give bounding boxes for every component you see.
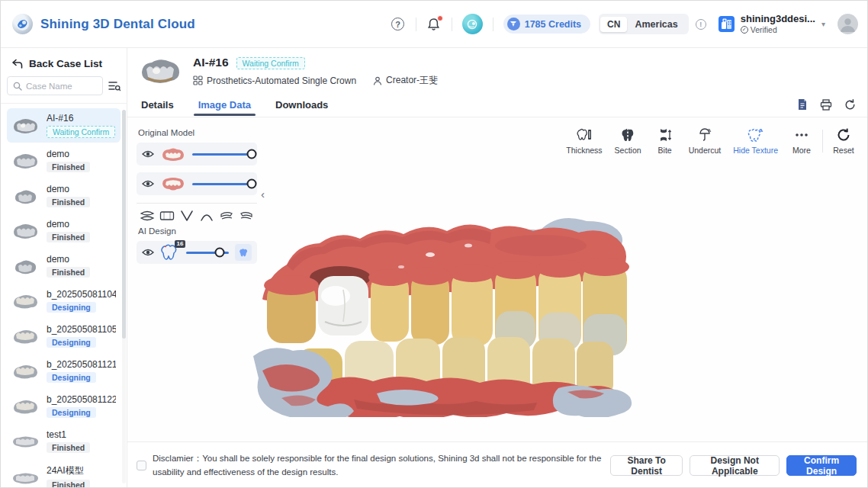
case-status-badge: Finished xyxy=(47,442,90,453)
region-code[interactable]: CN xyxy=(600,17,627,32)
app-logo-icon xyxy=(12,14,33,34)
help-icon[interactable]: ? xyxy=(391,17,406,32)
reset-icon xyxy=(836,127,851,143)
case-thumbnail xyxy=(11,151,40,171)
visibility-eye-icon[interactable] xyxy=(142,149,154,159)
person-icon xyxy=(373,76,382,85)
filter-sort-icon[interactable] xyxy=(108,80,121,92)
case-search-box[interactable] xyxy=(7,76,103,95)
case-item[interactable]: demo Finished xyxy=(7,144,121,178)
case-status-badge: Finished xyxy=(47,162,90,172)
design-not-applicable-button[interactable]: Design Not Applicable xyxy=(690,455,780,476)
header-divider xyxy=(452,18,452,31)
user-info[interactable]: shining3ddesi... ✓ Verified xyxy=(741,14,815,34)
tab-image-data[interactable]: Image Data xyxy=(197,94,252,116)
confirm-design-button[interactable]: Confirm Design xyxy=(786,455,857,476)
tool-label: More xyxy=(792,146,811,155)
tab-details[interactable]: Details xyxy=(140,94,175,116)
app-window: Shining 3D Dental Cloud ? 1785 Credits xyxy=(0,0,868,488)
sidebar-scrollbar[interactable] xyxy=(122,110,126,483)
verified-label: Verified xyxy=(751,25,777,34)
region-info-icon[interactable]: ! xyxy=(696,19,706,30)
tool-section[interactable]: Section xyxy=(609,124,648,159)
share-to-dentist-button[interactable]: Share To Dentist xyxy=(610,455,683,476)
upper-jaw-opacity-slider[interactable] xyxy=(192,153,252,156)
lower-jaw-thumbnail xyxy=(160,176,186,192)
viewer-toolbar: Thickness Section Bite Undercut Hide Tex… xyxy=(560,124,861,159)
case-name: AI-#16 xyxy=(47,113,115,124)
tool-label: Bite xyxy=(658,146,672,155)
tool-hide-texture[interactable]: Hide Texture xyxy=(727,124,784,159)
tooth-number-badge: 16 xyxy=(175,240,185,248)
case-status-badge: Finished xyxy=(47,267,90,278)
tab-downloads[interactable]: Downloads xyxy=(274,94,330,116)
slider-handle[interactable] xyxy=(247,149,257,159)
report-document-icon[interactable] xyxy=(796,98,809,111)
credits-label: 1785 Credits xyxy=(525,19,581,30)
lower-jaw-control-row xyxy=(137,172,257,195)
back-to-case-list[interactable]: Back Case List xyxy=(1,48,127,76)
disclaimer-checkbox[interactable] xyxy=(137,461,146,470)
case-list: AI-#16 Waiting Confirm demo Finished dem… xyxy=(1,104,127,488)
case-item[interactable]: AI-#16 Waiting Confirm xyxy=(7,108,121,143)
tool-reset[interactable]: Reset xyxy=(826,124,861,159)
case-item[interactable]: b_20250508110525... Designing xyxy=(7,319,121,353)
tool-more[interactable]: More xyxy=(784,124,819,159)
thickness-icon xyxy=(576,127,593,143)
model-viewer[interactable]: Original Model xyxy=(127,117,868,441)
case-item[interactable]: test1 Finished xyxy=(7,425,121,458)
notification-dot xyxy=(437,15,443,21)
case-search-input[interactable] xyxy=(26,82,87,91)
upper-jaw-thumbnail xyxy=(160,146,186,162)
view-front-upper-icon[interactable] xyxy=(179,210,194,222)
case-thumbnail xyxy=(11,291,40,311)
assistant-avatar-icon[interactable] xyxy=(462,14,483,34)
case-status-badge: Finished xyxy=(47,232,90,242)
case-header-thumbnail xyxy=(138,54,182,88)
slider-handle[interactable] xyxy=(214,248,224,258)
ai-design-opacity-slider[interactable] xyxy=(186,252,229,254)
panel-collapse-icon[interactable]: ‹ xyxy=(261,188,265,201)
case-name: demo xyxy=(47,149,90,159)
view-top-occlusal-icon[interactable] xyxy=(140,210,155,222)
hide-texture-icon xyxy=(747,127,764,143)
region-selector[interactable]: CN Americas xyxy=(599,14,689,34)
disclaimer-text: Disclamier：You shall be solely responsib… xyxy=(153,452,610,479)
chevron-down-icon[interactable]: ▾ xyxy=(821,20,825,28)
crown-tooth-icon: 16 xyxy=(160,243,180,262)
case-creator: Creator-王斐 xyxy=(373,74,438,87)
tool-label: Section xyxy=(615,146,641,155)
case-status-badge: Designing xyxy=(47,372,96,383)
case-item[interactable]: b_20250508112124... Designing xyxy=(7,355,121,388)
region-name[interactable]: Americas xyxy=(627,19,686,30)
refresh-icon[interactable] xyxy=(843,98,857,111)
visibility-eye-icon[interactable] xyxy=(142,179,154,188)
case-item[interactable]: demo Finished xyxy=(7,249,121,283)
case-thumbnail xyxy=(11,396,40,416)
print-icon[interactable] xyxy=(819,98,833,111)
credits-badge[interactable]: 1785 Credits xyxy=(503,14,590,34)
tool-thickness[interactable]: Thickness xyxy=(560,124,608,159)
case-name: test1 xyxy=(47,429,90,440)
case-item[interactable]: demo Finished xyxy=(7,179,121,213)
case-thumbnail xyxy=(11,116,40,136)
case-item[interactable]: 24AI模型 Finished xyxy=(7,460,121,488)
dental-3d-model[interactable] xyxy=(240,200,644,417)
tool-bite[interactable]: Bite xyxy=(648,124,683,159)
visibility-eye-icon[interactable] xyxy=(142,248,154,257)
search-icon xyxy=(13,82,22,91)
case-item[interactable]: b_20250508110457... Designing xyxy=(7,284,121,318)
view-left-side-icon[interactable] xyxy=(219,210,234,222)
tool-undercut[interactable]: Undercut xyxy=(683,124,728,159)
organization-icon[interactable] xyxy=(719,16,735,32)
case-item[interactable]: demo Finished xyxy=(7,214,121,248)
user-avatar[interactable] xyxy=(837,14,858,34)
notification-bell-icon[interactable] xyxy=(426,17,442,32)
slider-handle[interactable] xyxy=(247,179,257,189)
lower-jaw-opacity-slider[interactable] xyxy=(192,183,252,185)
case-title: AI-#16 xyxy=(193,56,229,69)
case-item[interactable]: b_20250508112200... Designing xyxy=(7,390,121,423)
view-front-lower-icon[interactable] xyxy=(199,210,214,222)
view-bottom-occlusal-icon[interactable] xyxy=(159,210,175,222)
case-sidebar: Back Case List AI-#16 Waiting Confirm de… xyxy=(1,48,127,488)
